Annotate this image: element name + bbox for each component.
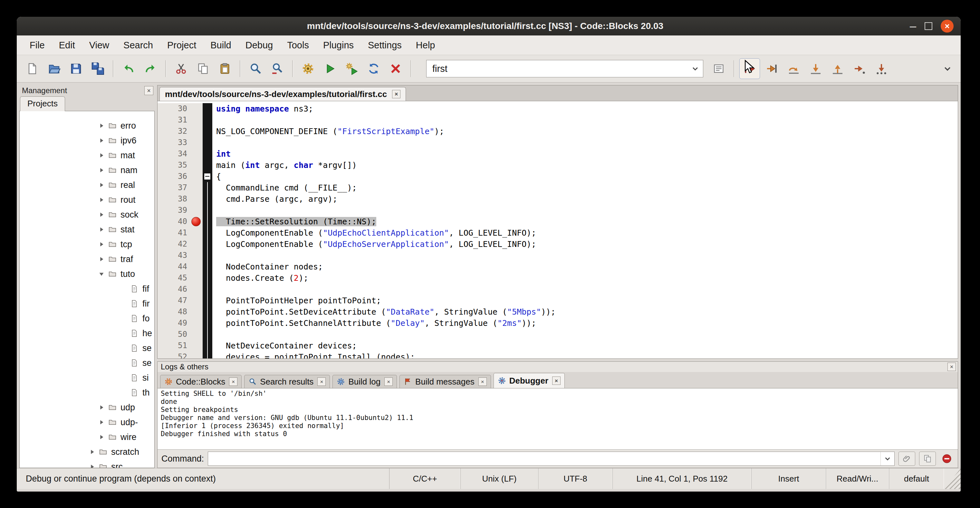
menu-file[interactable]: File — [22, 40, 52, 51]
log-tab-close-button[interactable]: × — [229, 377, 237, 386]
tree-expander-icon[interactable] — [89, 448, 98, 455]
tree-expander-icon[interactable] — [98, 152, 107, 159]
code-line-text[interactable] — [212, 205, 958, 216]
tree-item-rout[interactable]: rout — [20, 193, 154, 207]
breakpoint-margin[interactable] — [190, 205, 203, 216]
code-line-text[interactable]: LogComponentEnable ("UdpEchoClientApplic… — [212, 227, 958, 239]
tree-expander-icon[interactable] — [98, 226, 107, 233]
tree-item-src[interactable]: src — [20, 459, 154, 468]
tree-expander-icon[interactable] — [98, 404, 107, 411]
paperclip-button[interactable] — [899, 452, 915, 466]
title-bar[interactable]: mnt/dev/tools/source/ns-3-dev/examples/t… — [17, 17, 961, 35]
tree-expander-icon[interactable] — [89, 463, 98, 468]
breakpoint-margin[interactable] — [190, 306, 203, 317]
menu-plugins[interactable]: Plugins — [316, 40, 361, 51]
clipboard-button[interactable] — [919, 452, 936, 466]
tree-item-se[interactable]: se — [20, 355, 154, 370]
menu-project[interactable]: Project — [160, 40, 203, 51]
breakpoint-margin[interactable] — [190, 283, 203, 295]
code-editor[interactable]: 30using namespace ns3;3132NS_LOG_COMPONE… — [157, 101, 958, 359]
code-line-text[interactable]: CommandLine cmd (__FILE__); — [212, 182, 958, 193]
menu-help[interactable]: Help — [409, 40, 442, 51]
management-close-button[interactable]: × — [144, 86, 153, 95]
paste-button[interactable] — [215, 59, 235, 79]
breakpoint-margin[interactable] — [190, 115, 203, 126]
editor-tab-close-button[interactable]: × — [392, 90, 401, 98]
abort-build-button[interactable] — [386, 59, 406, 79]
open-file-button[interactable] — [44, 59, 64, 79]
find-button[interactable] — [245, 59, 266, 79]
search-options-button[interactable] — [709, 59, 729, 79]
run-button[interactable] — [320, 59, 340, 79]
tree-item-fif[interactable]: fif — [20, 282, 154, 296]
breakpoint-margin[interactable] — [190, 182, 203, 193]
breakpoint-margin[interactable] — [190, 148, 203, 159]
breakpoint-margin[interactable] — [190, 351, 203, 359]
log-tab-build-messages[interactable]: Build messages× — [399, 375, 491, 388]
tree-expander-icon[interactable] — [98, 433, 107, 441]
tree-item-si[interactable]: si — [20, 370, 154, 385]
incremental-search-combobox[interactable]: first — [426, 60, 703, 77]
breakpoint-margin[interactable] — [190, 137, 203, 148]
breakpoint-margin[interactable] — [190, 272, 203, 283]
tree-item-th[interactable]: th — [20, 385, 154, 400]
step-into-button[interactable] — [806, 59, 826, 79]
menu-view[interactable]: View — [82, 40, 116, 51]
tree-expander-icon[interactable] — [98, 182, 107, 189]
maximize-button[interactable] — [924, 22, 932, 30]
breakpoint-margin[interactable] — [190, 171, 203, 182]
code-line-text[interactable]: pointToPoint.SetChannelAttribute ("Delay… — [212, 317, 958, 329]
code-line-text[interactable]: int — [212, 148, 958, 159]
debug-continue-button[interactable] — [739, 58, 760, 79]
toolbar-overflow-chevron[interactable] — [939, 63, 956, 74]
next-line-button[interactable] — [784, 59, 804, 79]
log-tab-close-button[interactable]: × — [384, 377, 393, 386]
code-line-text[interactable]: PointToPointHelper pointToPoint; — [212, 295, 958, 306]
code-line-text[interactable]: NetDeviceContainer devices; — [212, 340, 958, 351]
code-line-text[interactable]: LogComponentEnable ("UdpEchoServerApplic… — [212, 239, 958, 250]
code-line-text[interactable] — [212, 115, 958, 126]
code-line-text[interactable]: using namespace ns3; — [212, 103, 958, 115]
tree-item-fo[interactable]: fo — [20, 311, 154, 326]
tree-expander-icon[interactable] — [98, 241, 107, 248]
fold-collapse-icon[interactable] — [204, 173, 211, 180]
menu-edit[interactable]: Edit — [52, 40, 82, 51]
run-to-cursor-button[interactable] — [762, 59, 782, 79]
menu-tools[interactable]: Tools — [280, 40, 316, 51]
tree-expander-icon[interactable] — [98, 167, 107, 174]
breakpoint-margin[interactable] — [190, 295, 203, 306]
tree-item-udp[interactable]: udp — [20, 400, 154, 415]
code-line-text[interactable]: cmd.Parse (argc, argv); — [212, 193, 958, 205]
resize-grip[interactable] — [944, 468, 961, 489]
log-tab-search-results[interactable]: Search results× — [244, 375, 330, 388]
tree-item-wire[interactable]: wire — [20, 430, 154, 444]
tree-item-udp[interactable]: udp- — [20, 415, 154, 430]
redo-button[interactable] — [140, 59, 161, 79]
log-tab-build-log[interactable]: Build log× — [332, 375, 397, 388]
tree-item-mat[interactable]: mat — [20, 148, 154, 163]
code-line-text[interactable]: NodeContainer nodes; — [212, 261, 958, 272]
code-line-text[interactable]: Time::SetResolution (Time::NS); — [212, 216, 958, 227]
breakpoint-margin[interactable] — [190, 317, 203, 329]
next-instruction-button[interactable] — [850, 59, 870, 79]
tree-item-real[interactable]: real — [20, 178, 154, 193]
code-line-text[interactable]: nodes.Create (2); — [212, 272, 958, 283]
breakpoint-margin[interactable] — [190, 216, 203, 227]
breakpoint-margin[interactable] — [190, 227, 203, 239]
save-all-button[interactable] — [88, 59, 108, 79]
code-line-text[interactable]: devices = pointToPoint.Install (nodes); — [212, 351, 958, 359]
code-line-text[interactable] — [212, 137, 958, 148]
close-button[interactable]: × — [941, 20, 954, 33]
tree-item-nam[interactable]: nam — [20, 163, 154, 178]
command-input[interactable] — [208, 452, 895, 466]
log-tab-close-button[interactable]: × — [317, 377, 326, 386]
new-file-button[interactable] — [22, 59, 42, 79]
log-tab-close-button[interactable]: × — [552, 376, 560, 385]
tree-item-stat[interactable]: stat — [20, 222, 154, 237]
code-line-text[interactable]: NS_LOG_COMPONENT_DEFINE ("FirstScriptExa… — [212, 126, 958, 137]
chevron-down-icon[interactable] — [687, 60, 703, 77]
breakpoint-icon[interactable] — [191, 217, 201, 226]
tree-item-tuto[interactable]: tuto — [20, 267, 154, 282]
step-out-button[interactable] — [827, 59, 848, 79]
tree-expander-icon[interactable] — [98, 137, 107, 144]
